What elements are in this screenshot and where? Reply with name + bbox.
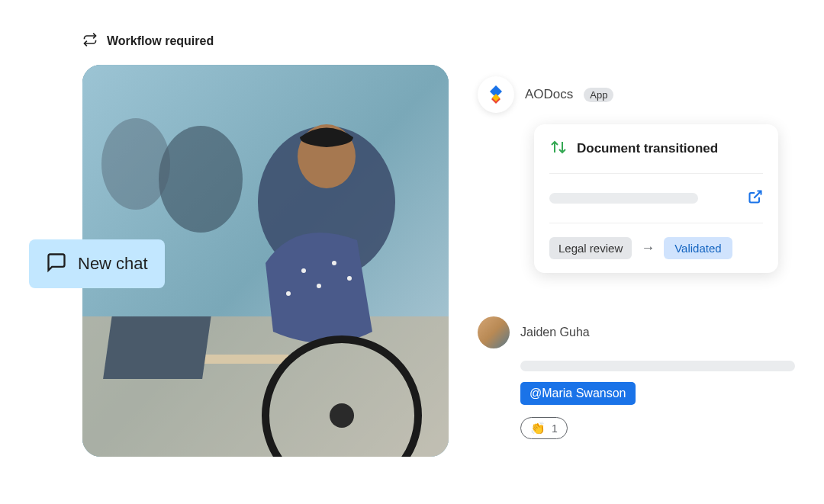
svg-point-5 xyxy=(301,268,306,273)
svg-point-8 xyxy=(347,276,352,281)
new-chat-button[interactable]: New chat xyxy=(29,239,165,288)
chat-icon xyxy=(46,252,67,276)
card-footer: Legal review → Validated xyxy=(549,223,763,259)
user-comment: Jaiden Guha @Maria Swanson 👏 1 xyxy=(478,316,795,439)
arrow-right-icon: → xyxy=(641,240,655,256)
aodocs-logo-icon xyxy=(478,76,514,113)
svg-point-12 xyxy=(330,403,354,428)
clap-emoji-icon: 👏 xyxy=(530,421,546,435)
external-link-icon[interactable] xyxy=(748,189,763,207)
workflow-header: Workflow required xyxy=(82,32,214,50)
placeholder-text xyxy=(549,193,698,204)
svg-point-7 xyxy=(332,261,336,265)
comment-text-placeholder xyxy=(520,361,795,371)
reaction-count: 1 xyxy=(552,422,558,435)
user-name[interactable]: Jaiden Guha xyxy=(520,326,590,339)
svg-point-14 xyxy=(101,118,170,210)
svg-rect-10 xyxy=(103,316,211,379)
transition-icon xyxy=(549,138,568,159)
new-chat-label: New chat xyxy=(78,254,148,274)
svg-point-13 xyxy=(159,126,243,233)
svg-point-6 xyxy=(317,284,321,288)
user-avatar[interactable] xyxy=(478,316,510,348)
mention-chip[interactable]: @Maria Swanson xyxy=(520,382,636,405)
comment-header: Jaiden Guha xyxy=(478,316,795,348)
repeat-icon xyxy=(82,32,98,50)
workflow-label: Workflow required xyxy=(107,34,214,48)
app-badge: App xyxy=(584,88,613,102)
reaction-chip[interactable]: 👏 1 xyxy=(520,417,568,439)
status-from-chip: Legal review xyxy=(549,237,632,259)
svg-point-9 xyxy=(286,291,291,296)
status-to-chip: Validated xyxy=(664,237,732,259)
card-header: Document transitioned xyxy=(549,138,763,174)
aodocs-header: AODocs App xyxy=(478,76,613,113)
card-title: Document transitioned xyxy=(577,141,718,156)
card-middle xyxy=(549,174,763,223)
comment-body: @Maria Swanson 👏 1 xyxy=(520,361,795,439)
transition-card: Document transitioned Legal review → Val… xyxy=(534,124,778,273)
aodocs-name: AODocs xyxy=(525,87,573,102)
